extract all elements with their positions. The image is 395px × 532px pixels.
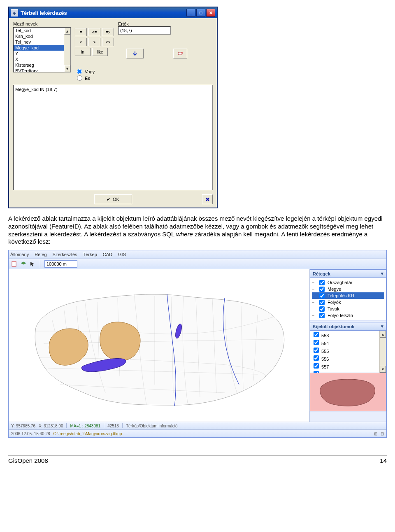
close-button[interactable]: ✕ bbox=[206, 9, 215, 17]
object-row[interactable]: 556 bbox=[310, 354, 386, 362]
menu-item[interactable]: Szerkesztés bbox=[53, 252, 77, 257]
radio-vagy[interactable]: Vagy bbox=[75, 68, 114, 74]
collapse-icon[interactable]: ▾ bbox=[381, 271, 383, 276]
layer-name: Település KH bbox=[328, 293, 354, 298]
layer-row[interactable]: − Megye bbox=[312, 286, 384, 292]
operator-button[interactable]: <> bbox=[102, 38, 114, 46]
object-id: 558 bbox=[321, 372, 329, 373]
scale-input[interactable]: 100000 m bbox=[44, 260, 77, 268]
object-checkbox[interactable] bbox=[314, 371, 319, 373]
menu-bar[interactable]: ÁllományRétegSzerkesztésTérképCADGIS bbox=[9, 250, 386, 259]
menu-item[interactable]: CAD bbox=[103, 252, 112, 257]
object-id: 555 bbox=[321, 349, 329, 354]
layer-row[interactable]: − Folyók bbox=[312, 299, 384, 306]
field-item[interactable]: Y bbox=[14, 51, 70, 56]
scroll-down-button[interactable]: ▼ bbox=[380, 366, 386, 373]
objects-panel-header[interactable]: Kijelölt objektumok ▾ bbox=[310, 322, 386, 331]
menu-item[interactable]: Térkép bbox=[83, 252, 97, 257]
field-item[interactable]: Ksh_kod bbox=[14, 33, 70, 39]
layer-row[interactable]: − Tavak bbox=[312, 306, 384, 312]
object-checkbox[interactable] bbox=[314, 355, 319, 361]
object-row[interactable]: 558 bbox=[310, 370, 386, 373]
menu-item[interactable]: GIS bbox=[118, 252, 126, 257]
scroll-up-button[interactable]: ▲ bbox=[64, 28, 70, 35]
clear-button[interactable] bbox=[173, 49, 187, 58]
operator-button[interactable]: like bbox=[92, 48, 108, 56]
zoom-in-icon[interactable]: ⊞ bbox=[374, 432, 377, 436]
field-item[interactable]: Tel_kod bbox=[14, 28, 70, 33]
object-row[interactable]: 555 bbox=[310, 346, 386, 354]
expand-icon[interactable]: − bbox=[312, 287, 316, 292]
menu-item[interactable]: Réteg bbox=[35, 252, 46, 257]
cancel-button[interactable]: ✖ bbox=[202, 194, 213, 204]
select-icon[interactable] bbox=[29, 261, 36, 267]
layer-checkbox[interactable] bbox=[319, 300, 325, 305]
operator-button[interactable]: < bbox=[75, 38, 87, 46]
object-checkbox[interactable] bbox=[314, 332, 319, 337]
layer-row[interactable]: − Országhatár bbox=[312, 279, 384, 286]
layer-name: Folyók bbox=[328, 300, 341, 305]
object-id: 556 bbox=[321, 357, 329, 362]
field-item[interactable]: Tel_nev bbox=[14, 39, 70, 45]
overview-map[interactable] bbox=[310, 373, 386, 411]
expand-icon[interactable]: − bbox=[312, 293, 316, 298]
object-checkbox[interactable] bbox=[314, 348, 319, 353]
fields-listbox[interactable]: Tel_kodKsh_kodTel_nevMegye_kodYXKisterse… bbox=[13, 27, 71, 72]
dialog-titlebar[interactable]: ◈ Térbeli lekérdezés _ □ ✕ bbox=[9, 7, 217, 18]
arrow-down-icon bbox=[132, 51, 138, 56]
gis-window: ÁllományRétegSzerkesztésTérképCADGIS 100… bbox=[8, 250, 387, 438]
objects-list[interactable]: 553 554 555 556 557 558 559 560 ▲ ▼ bbox=[310, 331, 386, 373]
object-row[interactable]: 554 bbox=[310, 338, 386, 346]
expand-icon[interactable]: − bbox=[312, 313, 316, 318]
query-textbox[interactable]: Megye_kod IN (18,7) bbox=[13, 85, 213, 190]
layer-name: Folyó felszín bbox=[328, 313, 353, 318]
radio-es[interactable]: És bbox=[75, 74, 114, 81]
value-input[interactable] bbox=[118, 26, 171, 35]
logic-radios: Vagy És bbox=[75, 68, 114, 81]
expand-icon[interactable]: − bbox=[312, 280, 316, 285]
layer-checkbox[interactable] bbox=[319, 313, 325, 318]
field-item[interactable]: BVTerritory bbox=[14, 68, 70, 72]
scroll-down-button[interactable]: ▼ bbox=[64, 65, 70, 72]
maximize-button[interactable]: □ bbox=[196, 9, 205, 17]
object-id: 557 bbox=[321, 364, 329, 369]
object-checkbox[interactable] bbox=[314, 340, 319, 345]
layers-panel-header[interactable]: Rétegek ▾ bbox=[310, 269, 386, 278]
layer-row[interactable]: − Település KH bbox=[312, 292, 384, 299]
map-canvas[interactable] bbox=[9, 269, 309, 422]
layer-checkbox[interactable] bbox=[319, 293, 325, 299]
objects-scrollbar[interactable]: ▲ ▼ bbox=[379, 331, 386, 373]
field-item[interactable]: X bbox=[14, 56, 70, 62]
expand-icon[interactable]: − bbox=[312, 300, 316, 305]
tool-bar[interactable]: 100000 m bbox=[9, 259, 386, 269]
operator-button[interactable]: in bbox=[75, 48, 91, 56]
collapse-icon[interactable]: ▾ bbox=[381, 324, 383, 329]
expand-icon[interactable]: − bbox=[312, 306, 316, 311]
layer-checkbox[interactable] bbox=[319, 306, 325, 312]
menu-item[interactable]: Állomány bbox=[10, 252, 29, 257]
operator-button[interactable]: => bbox=[102, 28, 114, 36]
status-bar-2: 2006.12.05. 15:30:28 C:\freegis\otab_2\M… bbox=[9, 429, 386, 437]
layers-list[interactable]: − Országhatár− Megye− Település KH− Foly… bbox=[310, 278, 386, 320]
object-row[interactable]: 557 bbox=[310, 362, 386, 370]
dialog-title: Térbeli lekérdezés bbox=[21, 10, 67, 16]
add-condition-button[interactable] bbox=[126, 49, 144, 58]
layers-icon[interactable] bbox=[20, 261, 27, 267]
operator-button[interactable]: > bbox=[88, 38, 100, 46]
object-row[interactable]: 553 bbox=[310, 331, 386, 338]
zoom-out-icon[interactable]: ⊟ bbox=[381, 432, 384, 436]
list-scrollbar[interactable]: ▲ ▼ bbox=[64, 28, 70, 72]
layer-checkbox[interactable] bbox=[319, 287, 325, 292]
ok-button[interactable]: ✔ OK bbox=[94, 194, 132, 204]
object-checkbox[interactable] bbox=[314, 363, 319, 369]
operator-button[interactable]: = bbox=[75, 28, 87, 36]
layer-checkbox[interactable] bbox=[319, 280, 325, 285]
page-footer: GisOpen 2008 14 bbox=[8, 455, 387, 464]
scroll-up-button[interactable]: ▲ bbox=[380, 331, 386, 338]
field-item[interactable]: Kisterseg bbox=[14, 62, 70, 68]
operator-button[interactable]: <= bbox=[88, 28, 100, 36]
field-item[interactable]: Megye_kod bbox=[14, 45, 70, 51]
layer-row[interactable]: − Folyó felszín bbox=[312, 312, 384, 319]
minimize-button[interactable]: _ bbox=[186, 9, 195, 17]
new-icon[interactable] bbox=[11, 261, 18, 267]
